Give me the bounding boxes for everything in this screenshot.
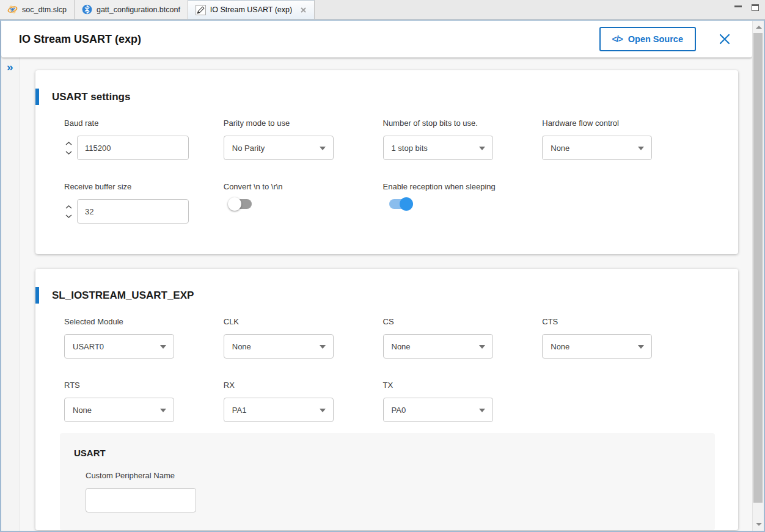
code-icon: </> [612, 34, 623, 44]
selected-module-select[interactable]: USART0 [64, 334, 174, 359]
selected-value: None [551, 342, 569, 351]
field-label: Convert \n to \r\n [224, 182, 383, 191]
dropdown-caret-icon [160, 409, 166, 412]
convert-newline-toggle[interactable] [230, 199, 252, 209]
flow-control-select[interactable]: None [542, 136, 652, 160]
section-accent-bar [35, 287, 39, 304]
selected-value: None [392, 342, 411, 351]
increment-icon[interactable] [65, 205, 72, 209]
selected-value: None [551, 144, 569, 153]
component-editor: IO Stream USART (exp) </> Open Source » [0, 20, 765, 532]
collapsed-sidebar: » [1, 57, 20, 531]
decrement-icon[interactable] [65, 214, 72, 218]
custom-peripheral-name-input[interactable] [86, 488, 196, 512]
subpanel-title: USART [74, 448, 715, 458]
field-label: RTS [64, 381, 224, 390]
field-label: Enable reception when sleeping [383, 182, 543, 191]
dropdown-caret-icon [320, 147, 326, 150]
cs-select[interactable]: None [383, 334, 493, 359]
selected-module-field: Selected Module USART0 [64, 317, 224, 359]
selected-value: PA0 [392, 406, 406, 415]
scroll-down-icon[interactable] [756, 523, 762, 526]
window-controls [734, 4, 759, 11]
toggle-knob [400, 197, 413, 211]
rx-buffer-field: Receive buffer size [64, 182, 224, 224]
sleep-reception-toggle[interactable] [389, 199, 411, 209]
section-header: USART settings [35, 70, 738, 105]
bluetooth-icon [82, 4, 92, 15]
tx-field: TX PA0 [383, 381, 543, 422]
close-editor-icon[interactable] [718, 32, 731, 46]
custom-peripheral-name-field: Custom Peripheral Name [86, 471, 715, 512]
field-label: RX [224, 381, 383, 390]
cts-select[interactable]: None [542, 334, 652, 359]
baud-rate-field: Baud rate [64, 118, 224, 160]
pencil-icon [196, 5, 206, 15]
tab-close-icon[interactable] [300, 7, 307, 13]
scroll-up-icon[interactable] [756, 26, 762, 29]
app-window: soc_dtm.slcp gatt_configuration.btconf I… [0, 0, 765, 532]
convert-newline-field: Convert \n to \r\n [224, 182, 383, 224]
selected-value: 1 stop bits [392, 144, 428, 153]
open-source-button[interactable]: </> Open Source [599, 27, 697, 51]
dropdown-caret-icon [479, 345, 485, 349]
field-label: TX [383, 381, 543, 390]
tab-soc-dtm-slcp[interactable]: soc_dtm.slcp [0, 0, 75, 19]
tab-io-stream-usart[interactable]: IO Stream USART (exp) [188, 0, 315, 19]
open-source-label: Open Source [628, 34, 683, 44]
field-label: Number of stop bits to use. [383, 118, 543, 128]
stop-bits-select[interactable]: 1 stop bits [383, 136, 493, 160]
clk-field: CLK None [224, 317, 383, 359]
field-label: CLK [224, 317, 383, 326]
dropdown-caret-icon [160, 345, 166, 349]
selected-value: None [73, 406, 92, 415]
selected-value: None [232, 342, 251, 351]
section-accent-bar [35, 89, 39, 105]
page-title: IO Stream USART (exp) [19, 33, 599, 46]
rx-buffer-input[interactable] [77, 199, 189, 224]
parity-select[interactable]: No Parity [224, 136, 334, 160]
field-label: Selected Module [64, 317, 224, 326]
rts-select[interactable]: None [64, 398, 174, 422]
field-label: CTS [542, 317, 701, 326]
cts-field: CTS None [542, 317, 701, 359]
tab-label: gatt_configuration.btconf [97, 5, 180, 14]
selected-value: PA1 [232, 406, 247, 415]
field-label: Receive buffer size [64, 182, 224, 191]
field-label: Parity mode to use [224, 118, 383, 128]
section-title: USART settings [52, 91, 130, 103]
slcp-project-icon [7, 4, 18, 15]
sleep-reception-field: Enable reception when sleeping [383, 182, 543, 224]
field-label: Baud rate [64, 118, 224, 128]
dropdown-caret-icon [638, 147, 644, 150]
field-label: Hardware flow control [542, 118, 701, 128]
number-stepper [64, 205, 73, 218]
increment-icon[interactable] [65, 142, 72, 145]
rts-field: RTS None [64, 381, 224, 422]
field-label: CS [383, 317, 543, 326]
rx-select[interactable]: PA1 [224, 398, 334, 422]
expand-sidebar-icon[interactable]: » [7, 61, 20, 73]
iostream-usart-exp-card: SL_IOSTREAM_USART_EXP Selected Module US… [35, 269, 738, 530]
settings-canvas: USART settings Baud rate [20, 57, 752, 531]
section-title: SL_IOSTREAM_USART_EXP [52, 290, 194, 302]
editor-body: » USART settings Baud rate [1, 57, 752, 531]
vertical-scrollbar[interactable] [752, 21, 764, 531]
tab-gatt-configuration[interactable]: gatt_configuration.btconf [75, 0, 188, 19]
baud-rate-input[interactable] [77, 136, 189, 160]
maximize-button[interactable] [752, 4, 759, 11]
dropdown-caret-icon [320, 409, 326, 412]
dropdown-caret-icon [479, 409, 485, 412]
rx-field: RX PA1 [224, 381, 383, 422]
scrollbar-thumb[interactable] [753, 33, 763, 503]
clk-select[interactable]: None [224, 334, 334, 359]
number-stepper [64, 142, 73, 155]
minimize-button[interactable] [734, 5, 742, 7]
tab-label: IO Stream USART (exp) [210, 5, 292, 14]
stop-bits-field: Number of stop bits to use. 1 stop bits [383, 118, 543, 160]
decrement-icon[interactable] [65, 151, 72, 155]
usart-settings-card: USART settings Baud rate [35, 70, 738, 254]
editor-tabbar: soc_dtm.slcp gatt_configuration.btconf I… [0, 0, 765, 20]
toggle-knob [228, 197, 241, 211]
tx-select[interactable]: PA0 [383, 398, 493, 422]
